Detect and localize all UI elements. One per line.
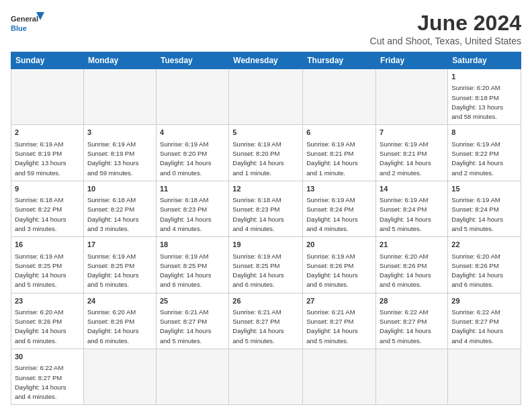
day-number: 4: [160, 128, 225, 138]
day-info: Sunrise: 6:19 AM Sunset: 8:20 PM Dayligh…: [232, 140, 299, 178]
weekday-header-friday: Friday: [376, 52, 448, 69]
day-info: Sunrise: 6:19 AM Sunset: 8:24 PM Dayligh…: [380, 195, 444, 234]
day-number: 18: [160, 240, 225, 250]
title-area: June 2024 Cut and Shoot, Texas, United S…: [370, 11, 521, 46]
day-info: Sunrise: 6:19 AM Sunset: 8:22 PM Dayligh…: [451, 140, 517, 178]
day-info: Sunrise: 6:19 AM Sunset: 8:25 PM Dayligh…: [15, 252, 80, 290]
calendar-cell: 26Sunrise: 6:21 AM Sunset: 8:27 PM Dayli…: [229, 293, 303, 349]
day-number: 20: [306, 240, 372, 250]
calendar-cell: [156, 69, 228, 125]
day-number: 27: [306, 296, 372, 306]
weekday-header-sunday: Sunday: [11, 52, 84, 69]
calendar-cell: 28Sunrise: 6:22 AM Sunset: 8:27 PM Dayli…: [376, 293, 448, 349]
month-title: June 2024: [370, 11, 521, 36]
calendar-cell: [303, 69, 376, 125]
day-number: 16: [15, 240, 80, 250]
calendar-cell: 16Sunrise: 6:19 AM Sunset: 8:25 PM Dayli…: [11, 237, 84, 293]
day-number: 1: [451, 72, 517, 82]
calendar-cell: 13Sunrise: 6:19 AM Sunset: 8:24 PM Dayli…: [303, 181, 376, 236]
day-info: Sunrise: 6:18 AM Sunset: 8:22 PM Dayligh…: [15, 195, 80, 234]
day-number: 13: [306, 184, 372, 194]
calendar-cell: 4Sunrise: 6:19 AM Sunset: 8:20 PM Daylig…: [156, 125, 228, 181]
calendar-cell: [448, 349, 521, 404]
day-info: Sunrise: 6:20 AM Sunset: 8:26 PM Dayligh…: [380, 252, 444, 290]
day-number: 2: [15, 128, 80, 138]
calendar-cell: 18Sunrise: 6:19 AM Sunset: 8:25 PM Dayli…: [156, 237, 228, 293]
calendar-cell: 9Sunrise: 6:18 AM Sunset: 8:22 PM Daylig…: [11, 181, 84, 236]
day-number: 29: [451, 296, 517, 306]
calendar-week-row: 23Sunrise: 6:20 AM Sunset: 8:26 PM Dayli…: [11, 293, 521, 349]
day-info: Sunrise: 6:19 AM Sunset: 8:26 PM Dayligh…: [306, 252, 372, 290]
day-number: 8: [451, 128, 517, 138]
calendar-cell: 6Sunrise: 6:19 AM Sunset: 8:21 PM Daylig…: [303, 125, 376, 181]
logo-svg: General Blue: [11, 11, 44, 38]
weekday-header-tuesday: Tuesday: [156, 52, 228, 69]
day-info: Sunrise: 6:19 AM Sunset: 8:25 PM Dayligh…: [232, 252, 299, 290]
day-number: 21: [380, 240, 444, 250]
day-info: Sunrise: 6:22 AM Sunset: 8:27 PM Dayligh…: [380, 308, 444, 346]
day-info: Sunrise: 6:18 AM Sunset: 8:23 PM Dayligh…: [160, 195, 225, 234]
calendar-cell: 11Sunrise: 6:18 AM Sunset: 8:23 PM Dayli…: [156, 181, 228, 236]
calendar-cell: 27Sunrise: 6:21 AM Sunset: 8:27 PM Dayli…: [303, 293, 376, 349]
weekday-header-monday: Monday: [83, 52, 156, 69]
day-info: Sunrise: 6:21 AM Sunset: 8:27 PM Dayligh…: [306, 308, 372, 346]
day-number: 24: [87, 296, 152, 306]
calendar-cell: 14Sunrise: 6:19 AM Sunset: 8:24 PM Dayli…: [376, 181, 448, 236]
logo: General Blue: [11, 11, 44, 38]
calendar-cell: 15Sunrise: 6:19 AM Sunset: 8:24 PM Dayli…: [448, 181, 521, 236]
day-number: 15: [451, 184, 517, 194]
calendar-cell: 1Sunrise: 6:20 AM Sunset: 8:18 PM Daylig…: [448, 69, 521, 125]
day-info: Sunrise: 6:19 AM Sunset: 8:19 PM Dayligh…: [87, 140, 152, 178]
calendar-cell: 12Sunrise: 6:18 AM Sunset: 8:23 PM Dayli…: [229, 181, 303, 236]
day-info: Sunrise: 6:19 AM Sunset: 8:20 PM Dayligh…: [160, 140, 225, 178]
calendar-cell: 21Sunrise: 6:20 AM Sunset: 8:26 PM Dayli…: [376, 237, 448, 293]
calendar-cell: 22Sunrise: 6:20 AM Sunset: 8:26 PM Dayli…: [448, 237, 521, 293]
day-info: Sunrise: 6:19 AM Sunset: 8:21 PM Dayligh…: [306, 140, 372, 178]
calendar-cell: 25Sunrise: 6:21 AM Sunset: 8:27 PM Dayli…: [156, 293, 228, 349]
calendar-cell: 30Sunrise: 6:22 AM Sunset: 8:27 PM Dayli…: [11, 349, 84, 404]
calendar-cell: [83, 349, 156, 404]
weekday-header-row: SundayMondayTuesdayWednesdayThursdayFrid…: [11, 52, 521, 69]
day-info: Sunrise: 6:22 AM Sunset: 8:27 PM Dayligh…: [15, 363, 80, 402]
weekday-header-wednesday: Wednesday: [229, 52, 303, 69]
day-number: 23: [15, 296, 80, 306]
day-info: Sunrise: 6:20 AM Sunset: 8:26 PM Dayligh…: [451, 252, 517, 290]
calendar-cell: 19Sunrise: 6:19 AM Sunset: 8:25 PM Dayli…: [229, 237, 303, 293]
day-number: 11: [160, 184, 225, 194]
day-number: 3: [87, 128, 152, 138]
calendar-cell: 10Sunrise: 6:18 AM Sunset: 8:22 PM Dayli…: [83, 181, 156, 236]
calendar-cell: 3Sunrise: 6:19 AM Sunset: 8:19 PM Daylig…: [83, 125, 156, 181]
day-info: Sunrise: 6:18 AM Sunset: 8:22 PM Dayligh…: [87, 195, 152, 234]
page-header: General Blue June 2024 Cut and Shoot, Te…: [11, 11, 521, 46]
day-number: 25: [160, 296, 225, 306]
day-info: Sunrise: 6:19 AM Sunset: 8:24 PM Dayligh…: [306, 195, 372, 234]
calendar-cell: [376, 69, 448, 125]
calendar-cell: 2Sunrise: 6:19 AM Sunset: 8:19 PM Daylig…: [11, 125, 84, 181]
calendar-cell: 5Sunrise: 6:19 AM Sunset: 8:20 PM Daylig…: [229, 125, 303, 181]
day-number: 30: [15, 352, 80, 362]
day-number: 5: [232, 128, 299, 138]
calendar-cell: [156, 349, 228, 404]
day-number: 28: [380, 296, 444, 306]
day-info: Sunrise: 6:19 AM Sunset: 8:24 PM Dayligh…: [451, 195, 517, 234]
day-info: Sunrise: 6:21 AM Sunset: 8:27 PM Dayligh…: [160, 308, 225, 346]
svg-text:Blue: Blue: [11, 24, 27, 32]
day-number: 10: [87, 184, 152, 194]
day-info: Sunrise: 6:20 AM Sunset: 8:26 PM Dayligh…: [15, 308, 80, 346]
calendar-cell: [229, 349, 303, 404]
calendar-cell: 17Sunrise: 6:19 AM Sunset: 8:25 PM Dayli…: [83, 237, 156, 293]
calendar-cell: 23Sunrise: 6:20 AM Sunset: 8:26 PM Dayli…: [11, 293, 84, 349]
calendar-cell: 24Sunrise: 6:20 AM Sunset: 8:26 PM Dayli…: [83, 293, 156, 349]
day-info: Sunrise: 6:19 AM Sunset: 8:25 PM Dayligh…: [87, 252, 152, 290]
day-info: Sunrise: 6:18 AM Sunset: 8:23 PM Dayligh…: [232, 195, 299, 234]
day-info: Sunrise: 6:21 AM Sunset: 8:27 PM Dayligh…: [232, 308, 299, 346]
day-number: 19: [232, 240, 299, 250]
day-number: 14: [380, 184, 444, 194]
day-info: Sunrise: 6:20 AM Sunset: 8:26 PM Dayligh…: [87, 308, 152, 346]
calendar-cell: [83, 69, 156, 125]
calendar-week-row: 1Sunrise: 6:20 AM Sunset: 8:18 PM Daylig…: [11, 69, 521, 125]
calendar-week-row: 2Sunrise: 6:19 AM Sunset: 8:19 PM Daylig…: [11, 125, 521, 181]
calendar-cell: [376, 349, 448, 404]
day-info: Sunrise: 6:19 AM Sunset: 8:21 PM Dayligh…: [380, 140, 444, 178]
day-number: 17: [87, 240, 152, 250]
